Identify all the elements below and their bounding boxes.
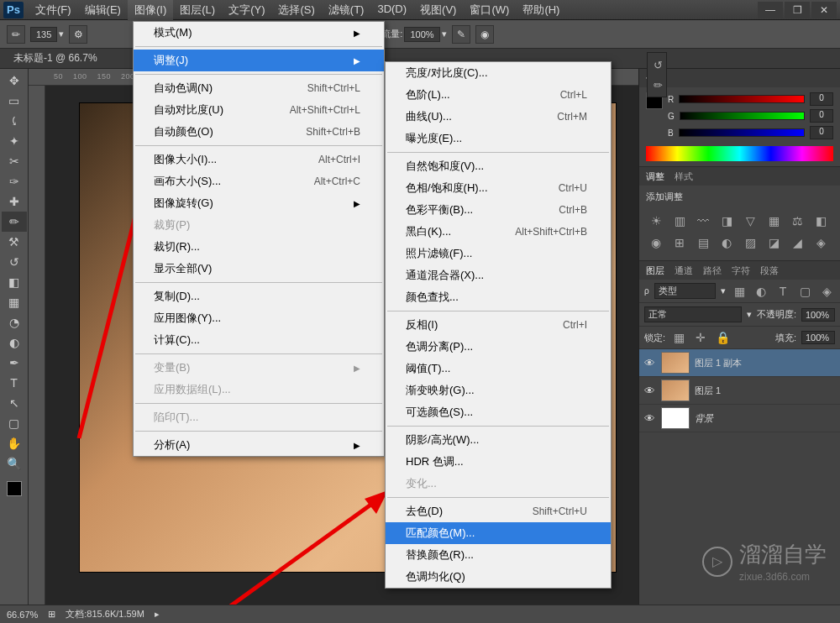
lasso-tool[interactable]: ⤹ — [2, 111, 27, 131]
posterize-icon[interactable]: ▨ — [742, 235, 759, 250]
menu-dd[interactable]: 3D(D) — [370, 0, 413, 21]
menu-item[interactable]: 照片滤镜(F)... — [386, 243, 611, 264]
b-slider[interactable] — [679, 128, 805, 137]
layer-name[interactable]: 图层 1 副本 — [695, 357, 742, 369]
layer-name[interactable]: 图层 1 — [695, 385, 721, 397]
menu-item[interactable]: 去色(D)Shift+Ctrl+U — [386, 500, 611, 522]
pressure-icon[interactable]: ✎ — [452, 25, 470, 44]
move-tool[interactable]: ✥ — [2, 71, 27, 91]
doc-info[interactable]: 文档:815.6K/1.59M — [66, 608, 144, 620]
lookup-icon[interactable]: ▤ — [695, 235, 711, 250]
menu-item[interactable]: HDR 色调... — [386, 451, 611, 473]
path-tool[interactable]: ↖ — [2, 393, 27, 413]
bw-icon[interactable]: ◧ — [812, 213, 829, 228]
menu-f[interactable]: 文件(F) — [29, 0, 78, 21]
layer-thumbnail[interactable] — [661, 352, 690, 374]
brush-presets-icon[interactable]: ✏ — [649, 76, 666, 93]
layer-row[interactable]: 👁 背景 — [639, 405, 840, 432]
opacity-value[interactable]: 100% — [801, 308, 835, 322]
b-value[interactable]: 0 — [810, 126, 833, 139]
gradient-icon[interactable]: ◢ — [789, 235, 806, 250]
fill-value[interactable]: 100% — [801, 331, 835, 344]
menu-item[interactable]: 模式(M)▶ — [134, 22, 384, 44]
visibility-icon[interactable]: 👁 — [643, 385, 656, 397]
menu-item[interactable]: 画布大小(S)...Alt+Ctrl+C — [134, 170, 384, 192]
vibrance-icon[interactable]: ▽ — [742, 213, 759, 228]
menu-item[interactable]: 渐变映射(G)... — [386, 380, 611, 401]
ruler-vertical[interactable] — [29, 86, 45, 616]
menu-item[interactable]: 可选颜色(S)... — [386, 401, 611, 423]
menu-item[interactable]: 颜色查找... — [386, 286, 611, 308]
minimize-button[interactable]: — — [758, 2, 783, 18]
maximize-button[interactable]: ❐ — [785, 2, 810, 18]
menu-item[interactable]: 色调分离(P)... — [386, 336, 611, 358]
filter-shape-icon[interactable]: ▢ — [796, 284, 813, 299]
lock-pos-icon[interactable]: ✛ — [692, 330, 709, 345]
mixer-icon[interactable]: ⊞ — [671, 235, 688, 250]
paths-tab[interactable]: 路径 — [703, 264, 722, 277]
eraser-tool[interactable]: ◧ — [2, 272, 27, 292]
selective-icon[interactable]: ◈ — [812, 235, 829, 250]
brush-tool[interactable]: ✏ — [2, 212, 27, 232]
menu-w[interactable]: 窗口(W) — [463, 0, 516, 21]
lock-all-icon[interactable]: 🔒 — [714, 330, 731, 345]
menu-item[interactable]: 图像旋转(G)▶ — [134, 192, 384, 214]
menu-item[interactable]: 匹配颜色(M)... — [386, 522, 611, 544]
brightness-icon[interactable]: ☀ — [648, 213, 664, 228]
menu-item[interactable]: 分析(A)▶ — [134, 434, 384, 456]
layer-name[interactable]: 背景 — [695, 412, 713, 425]
lock-pixels-icon[interactable]: ▦ — [670, 330, 687, 345]
layer-filter-type[interactable]: 类型 — [654, 283, 716, 299]
filter-icon[interactable]: ◉ — [648, 235, 664, 250]
r-slider[interactable] — [679, 95, 805, 103]
tablet-icon[interactable]: ◉ — [475, 25, 494, 44]
visibility-icon[interactable]: 👁 — [643, 357, 656, 369]
zoom-level[interactable]: 66.67% — [7, 610, 38, 620]
layers-tab[interactable]: 图层 — [646, 264, 664, 277]
menu-item[interactable]: 自动颜色(O)Shift+Ctrl+B — [134, 121, 384, 143]
adjustments-tab[interactable]: 调整 — [646, 170, 664, 183]
levels-icon[interactable]: ▥ — [671, 213, 688, 228]
menu-y[interactable]: 文字(Y) — [222, 0, 271, 21]
filter-smart-icon[interactable]: ◈ — [818, 284, 835, 299]
menu-item[interactable]: 阴影/高光(W)... — [386, 429, 611, 451]
menu-item[interactable]: 色相/饱和度(H)...Ctrl+U — [386, 177, 611, 199]
hue-icon[interactable]: ▦ — [765, 213, 782, 228]
menu-item[interactable]: 通道混合器(X)... — [386, 264, 611, 286]
type-tool[interactable]: T — [2, 373, 27, 393]
filter-adj-icon[interactable]: ◐ — [753, 284, 769, 299]
color-spectrum[interactable] — [646, 146, 833, 161]
layer-row[interactable]: 👁 图层 1 — [639, 377, 840, 405]
menu-item[interactable]: 曲线(U)...Ctrl+M — [386, 106, 611, 128]
document-tab[interactable]: 未标题-1 @ 66.7% — [5, 48, 106, 69]
menu-i[interactable]: 图像(I) — [128, 0, 173, 21]
menu-v[interactable]: 视图(V) — [413, 0, 463, 21]
marquee-tool[interactable]: ▭ — [2, 91, 27, 111]
menu-item[interactable]: 反相(I)Ctrl+I — [386, 314, 611, 336]
character-tab[interactable]: 字符 — [732, 264, 750, 277]
menu-item[interactable]: 曝光度(E)... — [386, 128, 611, 149]
filter-type-icon[interactable]: T — [774, 284, 791, 299]
menu-item[interactable]: 色彩平衡(B)...Ctrl+B — [386, 199, 611, 221]
crop-tool[interactable]: ✂ — [2, 151, 27, 171]
wand-tool[interactable]: ✦ — [2, 131, 27, 151]
pen-tool[interactable]: ✒ — [2, 353, 27, 373]
menu-h[interactable]: 帮助(H) — [516, 0, 566, 21]
menu-t[interactable]: 滤镜(T) — [322, 0, 371, 21]
channels-tab[interactable]: 通道 — [675, 264, 693, 277]
filter-img-icon[interactable]: ▦ — [731, 284, 748, 299]
blend-mode[interactable]: 正常 — [644, 306, 742, 322]
menu-item[interactable]: 调整(J)▶ — [134, 50, 384, 71]
styles-tab[interactable]: 样式 — [675, 170, 693, 183]
hand-tool[interactable]: ✋ — [2, 433, 27, 453]
menu-item[interactable]: 自动色调(N)Shift+Ctrl+L — [134, 77, 384, 99]
zoom-tool[interactable]: 🔍 — [2, 453, 27, 474]
menu-l[interactable]: 图层(L) — [173, 0, 222, 21]
paragraph-tab[interactable]: 段落 — [760, 264, 779, 277]
invert-icon[interactable]: ◐ — [718, 235, 735, 250]
menu-item[interactable]: 黑白(K)...Alt+Shift+Ctrl+B — [386, 221, 611, 243]
history-icon[interactable]: ↺ — [649, 56, 666, 73]
r-value[interactable]: 0 — [810, 92, 833, 106]
menu-e[interactable]: 编辑(E) — [78, 0, 128, 21]
menu-item[interactable]: 显示全部(V) — [134, 258, 384, 280]
